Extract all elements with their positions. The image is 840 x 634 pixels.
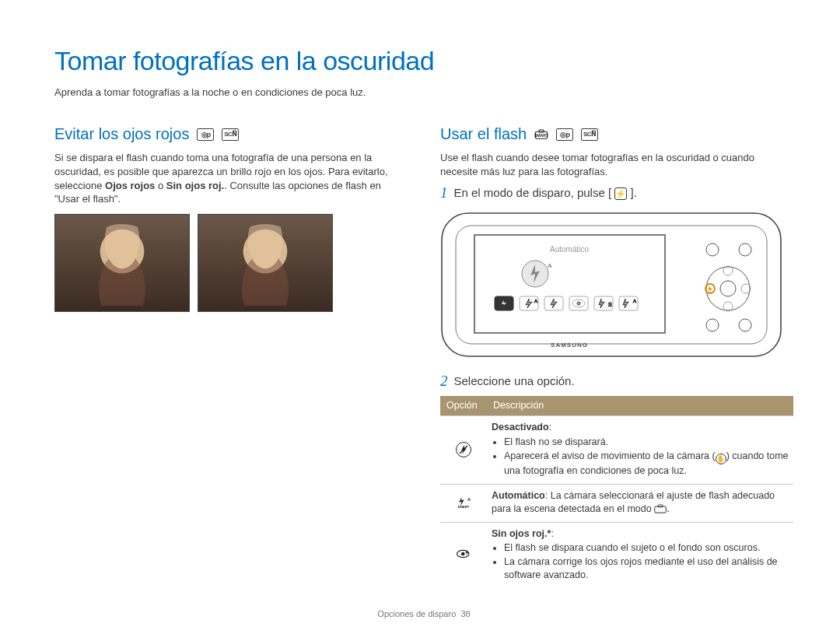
red-eye-fix-icon — [456, 546, 471, 562]
svg-text:A: A — [467, 497, 471, 502]
right-column: Usar el flash SMART Use el flash cuando … — [440, 124, 793, 588]
step-1-trail: ]. — [630, 186, 636, 199]
step-2-number: 2 — [440, 373, 448, 390]
section-heading-flash-text: Usar el flash — [440, 124, 527, 145]
row1-bullet-2: Aparecerá el aviso de movimiento de la c… — [504, 450, 789, 478]
step-2: 2 Seleccione una opción. — [440, 373, 793, 390]
svg-text:SMART: SMART — [534, 133, 548, 138]
camera-brand: SAMSUNG — [551, 342, 588, 349]
mode-scn-icon — [581, 128, 598, 141]
smart-flash-icon: ASMART — [456, 494, 471, 510]
page-footer: Opciones de disparo 38 — [54, 608, 793, 620]
svg-text:A: A — [534, 299, 537, 303]
row3-title-extra: : — [551, 528, 553, 539]
red-eye-para-mid: o — [155, 180, 166, 191]
row2-title: Automático — [492, 490, 545, 501]
red-eye-bold-sin-ojos: Sin ojos roj. — [166, 180, 224, 191]
row3-bullet-2: La cámara corrige los ojos rojos mediant… — [504, 555, 789, 582]
flash-paragraph: Use el flash cuando desee tomar fotograf… — [440, 151, 793, 178]
page-intro: Aprenda a tomar fotografías a la noche o… — [54, 86, 793, 100]
mode-camera-icon — [556, 128, 573, 141]
red-eye-bold-ojos-rojos: Ojos rojos — [105, 180, 155, 191]
svg-text:S: S — [608, 302, 612, 307]
red-eye-paragraph: Si se dispara el flash cuando toma una f… — [54, 151, 408, 205]
step-2-text: Seleccione una opción. — [454, 373, 575, 390]
step-1: 1 En el modo de disparo, pulse [ ]. — [440, 185, 793, 201]
mode-camera-icon — [197, 128, 214, 141]
row1-title: Desactivado — [492, 422, 549, 433]
section-heading-red-eye: Evitar los ojos rojos — [54, 124, 408, 145]
svg-text:A: A — [633, 299, 636, 303]
section-heading-flash: Usar el flash SMART — [440, 124, 793, 145]
row3-bullet-1: El flash se dispara cuando el sujeto o e… — [504, 541, 789, 555]
photo-corrected — [198, 214, 333, 312]
svg-point-36 — [461, 552, 465, 556]
row1-bullet-1: El flash no se disparará. — [504, 436, 789, 449]
flash-options-table: Opción Descripción Desactivado: — [440, 396, 793, 588]
flash-off-icon — [456, 442, 471, 457]
svg-text:SMART: SMART — [458, 505, 470, 509]
table-header-desc: Descripción — [487, 396, 793, 415]
flash-button-icon — [614, 187, 627, 200]
smart-mode-icon — [654, 504, 667, 517]
shake-warning-icon — [716, 454, 726, 464]
row3-title: Sin ojos roj.* — [492, 528, 551, 539]
row2-body: Automático: La cámara seleccionará el aj… — [487, 484, 793, 522]
svg-rect-33 — [655, 506, 667, 513]
page-title: Tomar fotografías en la oscuridad — [54, 44, 793, 79]
content-columns: Evitar los ojos rojos Si se dispara el f… — [54, 124, 793, 588]
svg-text:A: A — [548, 262, 552, 269]
section-heading-red-eye-text: Evitar los ojos rojos — [54, 124, 189, 145]
step-1-text: En el modo de disparo, pulse [ ]. — [454, 185, 637, 201]
footer-page-number: 38 — [460, 609, 470, 618]
step-1-number: 1 — [440, 185, 448, 201]
svg-rect-1 — [539, 130, 544, 132]
mode-smart-icon: SMART — [534, 128, 548, 141]
mode-scn-icon — [222, 128, 239, 141]
step-1-lead: En el modo de disparo, pulse [ — [454, 186, 612, 199]
photo-red-eye — [54, 214, 190, 312]
lcd-label: Automático — [550, 245, 589, 254]
left-column: Evitar los ojos rojos Si se dispara el f… — [54, 124, 408, 588]
footer-section: Opciones de disparo — [377, 609, 456, 618]
svg-point-15 — [577, 302, 580, 305]
table-row: Desactivado: El flash no se disparará. A… — [440, 416, 793, 485]
example-photos — [54, 214, 408, 312]
table-row: ASMART Automático: La cámara seleccionar… — [440, 484, 793, 522]
row1-title-extra: : — [549, 422, 551, 433]
table-header-option: Opción — [440, 396, 487, 415]
camera-diagram: Automático A A S A — [440, 207, 782, 363]
page: Tomar fotografías en la oscuridad Aprend… — [0, 0, 840, 634]
table-row: Sin ojos roj.*: El flash se dispara cuan… — [440, 522, 793, 588]
